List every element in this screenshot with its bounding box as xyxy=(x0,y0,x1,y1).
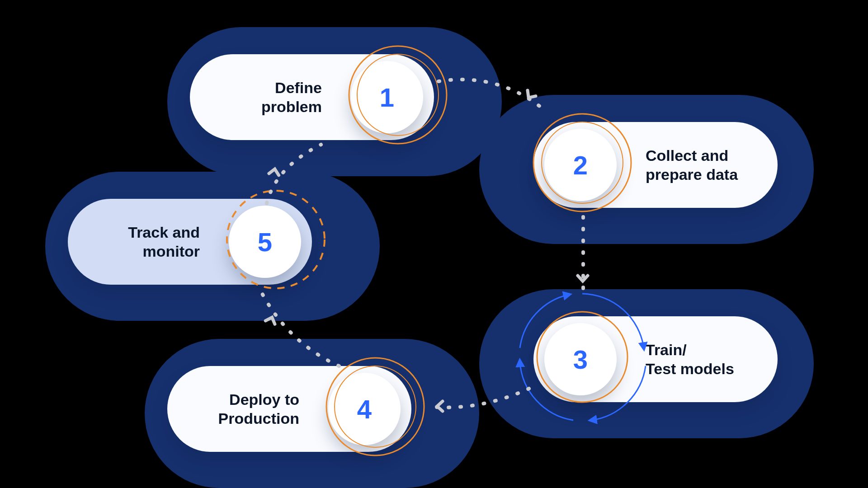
step-4-pill: Deploy to Production 4 xyxy=(167,366,411,452)
step-2-label: Collect and prepare data xyxy=(627,146,778,184)
step-1-pill: Define problem 1 xyxy=(190,54,434,140)
step-5-pill: Track and monitor 5 xyxy=(68,199,312,285)
step-3-pill: 3 Train/ Test models xyxy=(533,316,778,402)
step-5-label: Track and monitor xyxy=(68,223,218,261)
step-3-label: Train/ Test models xyxy=(627,340,778,379)
arrow-2-to-3 xyxy=(575,271,590,286)
step-4-number: 4 xyxy=(328,373,401,445)
step-2-number: 2 xyxy=(544,129,617,201)
step-2-pill: 2 Collect and prepare data xyxy=(533,122,778,208)
ml-lifecycle-diagram: Define problem 1 2 Collect and prepare d… xyxy=(0,0,868,488)
step-3-number: 3 xyxy=(544,323,617,395)
step-1-number: 1 xyxy=(351,61,423,133)
step-4-label: Deploy to Production xyxy=(167,390,317,428)
step-1-label: Define problem xyxy=(190,78,340,117)
step-5-number: 5 xyxy=(229,206,301,278)
